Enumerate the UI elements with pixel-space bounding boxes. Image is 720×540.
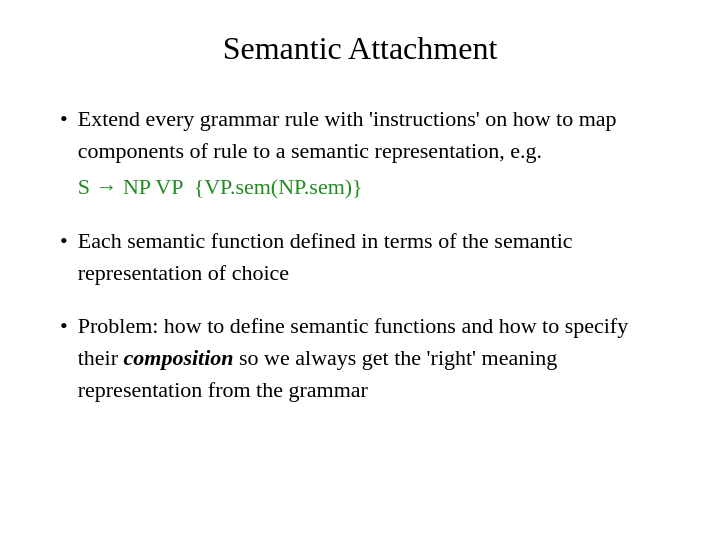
- bullet-text-3: Problem: how to define semantic function…: [78, 310, 660, 406]
- list-item: • Extend every grammar rule with 'instru…: [60, 103, 660, 203]
- bullet-text-1: Extend every grammar rule with 'instruct…: [78, 103, 660, 203]
- page-title: Semantic Attachment: [60, 30, 660, 67]
- main-content: • Extend every grammar rule with 'instru…: [60, 103, 660, 406]
- bullet-1-text: Extend every grammar rule with 'instruct…: [78, 106, 617, 163]
- bullet-symbol: •: [60, 226, 68, 257]
- bullet-3-composition: composition: [124, 345, 234, 370]
- bullet-symbol: •: [60, 104, 68, 135]
- list-item: • Problem: how to define semantic functi…: [60, 310, 660, 406]
- list-item: • Each semantic function defined in term…: [60, 225, 660, 289]
- grammar-rule: S → NP VP {VP.sem(NP.sem)}: [78, 171, 660, 203]
- bullet-2-text: Each semantic function defined in terms …: [78, 228, 573, 285]
- bullet-symbol: •: [60, 311, 68, 342]
- bullet-text-2: Each semantic function defined in terms …: [78, 225, 660, 289]
